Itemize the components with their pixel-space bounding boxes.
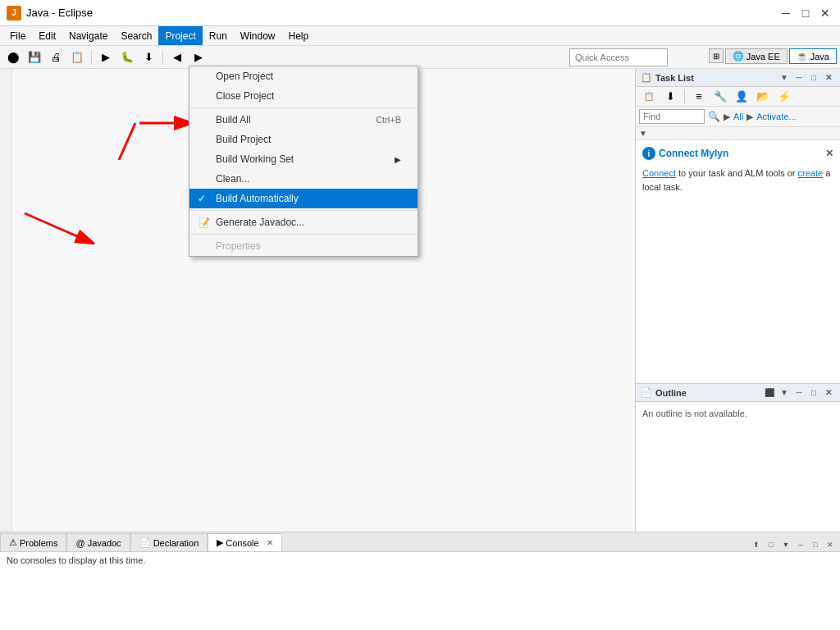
menu-build-all[interactable]: Build All Ctrl+B bbox=[189, 110, 418, 130]
tl-btn5[interactable]: 👤 bbox=[732, 88, 751, 106]
menu-project[interactable]: Project bbox=[158, 26, 202, 45]
tl-chevron-down: ▼ bbox=[639, 129, 647, 138]
perspective-menu-btn[interactable]: ⊞ bbox=[709, 48, 724, 63]
menu-window[interactable]: Window bbox=[234, 26, 282, 45]
toolbar-new-btn[interactable]: ⬤ bbox=[3, 48, 23, 66]
tab-javadoc[interactable]: @ Javadoc bbox=[66, 533, 130, 551]
tl-btn7[interactable]: ⚡ bbox=[774, 88, 794, 106]
menu-help[interactable]: Help bbox=[282, 26, 316, 45]
connect-mylyn-header: i Connect Mylyn ✕ bbox=[642, 147, 833, 160]
perspective-java-btn[interactable]: ☕ Java bbox=[789, 48, 837, 64]
tab-console[interactable]: ▶ Console ✕ bbox=[208, 533, 281, 551]
console-action3[interactable]: ─ bbox=[794, 538, 807, 551]
perspective-javaee-btn[interactable]: 🌐 Java EE bbox=[725, 48, 788, 64]
activate-label[interactable]: Activate... bbox=[756, 112, 796, 121]
task-list-icon: 📋 bbox=[641, 72, 652, 83]
console-action4[interactable]: □ bbox=[809, 538, 822, 551]
menu-clean[interactable]: Clean... bbox=[189, 169, 418, 189]
console-message: No consoles to display at this time. bbox=[7, 555, 145, 565]
menu-close-project[interactable]: Close Project bbox=[189, 86, 418, 106]
tab-problems[interactable]: ⚠ Problems bbox=[0, 533, 66, 551]
info-icon: i bbox=[642, 147, 655, 160]
outline-expand[interactable]: ▼ bbox=[778, 386, 791, 399]
tl-btn2[interactable]: ⬇ bbox=[660, 88, 680, 106]
declaration-label: Declaration bbox=[153, 538, 199, 548]
quick-access-input[interactable] bbox=[569, 48, 668, 66]
problems-label: Problems bbox=[20, 538, 57, 548]
toolbar-back-btn[interactable]: ◀ bbox=[167, 48, 187, 66]
toolbar-forward-btn[interactable]: ▶ bbox=[189, 48, 208, 66]
right-panel: 📋 Task List ▼ ─ □ ✕ 📋 ⬇ ≡ 🔧 👤 📂 ⚡ bbox=[635, 69, 840, 532]
create-link[interactable]: create bbox=[798, 168, 824, 178]
task-list-header-icons: ▼ ─ □ ✕ bbox=[778, 71, 835, 84]
console-action2[interactable]: □ bbox=[765, 538, 778, 551]
menu-run[interactable]: Run bbox=[203, 26, 234, 45]
tl-btn6[interactable]: 📂 bbox=[753, 88, 773, 106]
outline-message: An outline is not available. bbox=[642, 409, 747, 418]
toolbar-btn4[interactable]: 📋 bbox=[67, 48, 87, 66]
maximize-button[interactable]: □ bbox=[797, 5, 814, 21]
build-all-label: Build All bbox=[216, 114, 251, 126]
outline-header-icons: ⬛ ▼ ─ □ ✕ bbox=[763, 386, 835, 399]
javadoc-label: Javadoc bbox=[88, 538, 121, 548]
menu-search[interactable]: Search bbox=[114, 26, 158, 45]
outline-btn1[interactable]: ⬛ bbox=[763, 386, 776, 399]
bottom-tab-actions: ⬆ □ ▼ ─ □ ✕ bbox=[746, 538, 840, 551]
menu-build-automatically[interactable]: ✓ Build Automatically bbox=[189, 189, 418, 208]
window-title: Java - Eclipse bbox=[26, 7, 778, 19]
tasklist-icon1[interactable]: ▼ bbox=[778, 71, 791, 84]
tab-declaration[interactable]: 📄 Declaration bbox=[130, 533, 208, 551]
task-list-find-row: 🔍 ▶ All ▶ Activate... bbox=[636, 107, 840, 127]
outline-maximize[interactable]: □ bbox=[807, 386, 820, 399]
menu-open-project[interactable]: Open Project bbox=[189, 66, 418, 86]
menu-navigate[interactable]: Navigate bbox=[62, 26, 114, 45]
console-label: Console bbox=[226, 538, 258, 548]
submenu-arrow: ▶ bbox=[395, 155, 401, 164]
task-list-toolbar: 📋 ⬇ ≡ 🔧 👤 📂 ⚡ bbox=[636, 87, 840, 107]
menu-build-working-set[interactable]: Build Working Set ▶ bbox=[189, 149, 418, 169]
outline-content: An outline is not available. bbox=[636, 402, 840, 425]
tl-btn3[interactable]: ≡ bbox=[689, 88, 709, 106]
outline-header: 📄 Outline ⬛ ▼ ─ □ ✕ bbox=[636, 384, 840, 402]
toolbar-save-btn[interactable]: 💾 bbox=[25, 48, 44, 66]
minimize-button[interactable]: ─ bbox=[778, 5, 794, 21]
app-icon: J bbox=[7, 6, 21, 21]
chevron-all: ▶ bbox=[724, 112, 730, 122]
tasklist-maximize[interactable]: □ bbox=[807, 71, 820, 84]
tasklist-minimize[interactable]: ─ bbox=[792, 71, 806, 84]
menu-build-project[interactable]: Build Project bbox=[189, 130, 418, 149]
all-label[interactable]: All bbox=[733, 112, 743, 121]
toolbar-debug-btn[interactable]: 🐛 bbox=[117, 48, 137, 66]
menu-file[interactable]: File bbox=[3, 26, 32, 45]
left-sidebar bbox=[0, 69, 12, 532]
menu-edit[interactable]: Edit bbox=[32, 26, 62, 45]
outline-minimize[interactable]: ─ bbox=[792, 386, 806, 399]
open-project-label: Open Project bbox=[216, 71, 273, 82]
toolbar-print-btn[interactable]: 🖨 bbox=[46, 48, 66, 66]
tl-btn1[interactable]: 📋 bbox=[639, 88, 659, 106]
outline-panel: 📄 Outline ⬛ ▼ ─ □ ✕ An outline is not av… bbox=[636, 384, 840, 532]
console-close[interactable]: ✕ bbox=[267, 538, 273, 547]
check-icon: ✓ bbox=[198, 193, 206, 204]
close-project-label: Close Project bbox=[216, 90, 274, 102]
close-button[interactable]: ✕ bbox=[817, 5, 833, 21]
chevron-activate: ▶ bbox=[746, 112, 753, 122]
tl-btn4[interactable]: 🔧 bbox=[710, 88, 730, 106]
console-action5[interactable]: ✕ bbox=[824, 538, 837, 551]
connect-link[interactable]: Connect bbox=[642, 168, 676, 178]
console-dropdown[interactable]: ▼ bbox=[779, 538, 792, 551]
connect-mylyn-close[interactable]: ✕ bbox=[825, 148, 833, 159]
console-action1[interactable]: ⬆ bbox=[750, 538, 763, 551]
task-list-find-input[interactable] bbox=[639, 109, 705, 124]
javaee-label: Java EE bbox=[746, 52, 780, 62]
outline-close[interactable]: ✕ bbox=[822, 386, 835, 399]
toolbar-run-btn[interactable]: ▶ bbox=[96, 48, 116, 66]
connect-mylyn-text: Connect to your task and ALM tools or cr… bbox=[642, 167, 833, 194]
menu-generate-javadoc[interactable]: 📝 Generate Javadoc... bbox=[189, 212, 418, 232]
bottom-section: ⚠ Problems @ Javadoc 📄 Declaration ▶ Con… bbox=[0, 532, 840, 630]
toolbar-btn5[interactable]: ⬇ bbox=[139, 48, 158, 66]
outline-title: Outline bbox=[655, 388, 687, 398]
tasklist-close[interactable]: ✕ bbox=[822, 71, 835, 84]
window-controls: ─ □ ✕ bbox=[778, 5, 833, 21]
title-bar: J Java - Eclipse ─ □ ✕ bbox=[0, 0, 840, 26]
